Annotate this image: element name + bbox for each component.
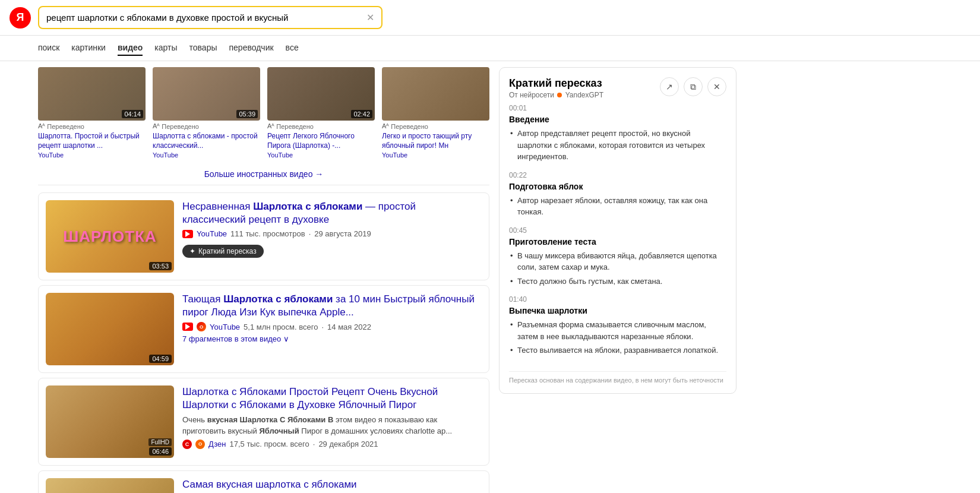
strip-videos: 04:14 Aᴬ Переведено Шарлотта. Простой и …	[38, 67, 489, 159]
strip-thumb-4[interactable]	[382, 67, 489, 121]
clear-icon[interactable]: ✕	[366, 12, 374, 23]
left-column: 04:14 Aᴬ Переведено Шарлотта. Простой и …	[0, 61, 499, 493]
yandex-logo[interactable]: Я	[10, 7, 31, 29]
video-info-2: Тающая Шарлотка с яблоками за 10 мин Быс…	[182, 293, 482, 365]
video-meta-2: О YouTube 5,1 млн просм. всего · 14 мая …	[182, 322, 482, 331]
strip-source-3: YouTube	[267, 151, 375, 159]
dzen-icon-2: О	[197, 322, 206, 331]
video-thumb-3[interactable]: 06:46 FullHD	[46, 385, 174, 458]
summary-title-area: Краткий пересказ От нейросети YandexGPT	[509, 77, 603, 99]
strip-title-2[interactable]: Шарлотта с яблоками - простой классическ…	[153, 132, 260, 150]
tab-products[interactable]: товары	[189, 40, 217, 56]
search-bar: ✕	[38, 6, 382, 29]
summary-scroll-area[interactable]: 00:01 Введение Автор представляет рецепт…	[509, 104, 726, 365]
video-views-3: 17,5 тыс. просм. всего	[229, 440, 309, 448]
tab-images[interactable]: картинки	[71, 40, 106, 56]
video-thumb-1[interactable]: ШАРЛОТКА 03:53	[46, 200, 174, 273]
translated-label-4: Переведено	[391, 123, 428, 130]
video-info-4: Самая вкусная шарлотка с яблоками По это…	[182, 478, 482, 493]
bullet-2-1: Автор нарезает яблоки, оставляя кожицу, …	[509, 195, 724, 218]
bullets-1: Автор представляет рецепт простой, но вк…	[509, 128, 724, 163]
strip-title-4[interactable]: Легко и просто тающий рту яблочный пирог…	[382, 132, 489, 150]
share-icon: ↗	[666, 82, 673, 91]
share-button[interactable]: ↗	[660, 77, 679, 96]
video-thumb-2[interactable]: 04:59	[46, 293, 174, 365]
video-date-2: 14 мая 2022	[327, 323, 371, 331]
video-meta-3: С О Дзен 17,5 тыс. просм. всего · 29 дек…	[182, 440, 482, 449]
strip-source-1: YouTube	[38, 151, 146, 159]
tab-maps[interactable]: карты	[154, 40, 177, 56]
strip-source-4: YouTube	[382, 151, 489, 159]
translate-icon-1: Aᴬ	[38, 122, 45, 130]
provider-label: YandexGPT	[565, 91, 603, 99]
source-name-2: YouTube	[210, 323, 240, 331]
video-desc-3: Очень вкусная Шарлотка С Яблоками В этом…	[182, 415, 482, 436]
section-title-3: Приготовление теста	[509, 237, 724, 246]
video-item-1: ШАРЛОТКА 03:53 Несравненная Шарлотка с я…	[38, 192, 489, 280]
strip-video-3: 02:42 Aᴬ Переведено Рецепт Легкого Яблоч…	[267, 67, 375, 159]
summary-btn-icon: ✦	[189, 247, 195, 255]
strip-title-3[interactable]: Рецепт Легкого Яблочного Пирога (Шарлотк…	[267, 132, 375, 150]
video-list: ШАРЛОТКА 03:53 Несравненная Шарлотка с я…	[38, 192, 489, 493]
tab-search[interactable]: поиск	[38, 40, 59, 56]
tab-translate[interactable]: переводчик	[229, 40, 274, 56]
video-title-2[interactable]: Тающая Шарлотка с яблоками за 10 мин Быс…	[182, 293, 482, 319]
ts-2: 00:22	[509, 171, 724, 179]
video-views-2: 5,1 млн просм. всего	[244, 323, 318, 331]
strip-duration-1: 04:14	[122, 110, 143, 118]
source-name-3: Дзен	[208, 440, 226, 448]
bullet-1-1: Автор представляет рецепт простой, но вк…	[509, 128, 724, 163]
copy-button[interactable]: ⧉	[684, 77, 703, 96]
video-title-4[interactable]: Самая вкусная шарлотка с яблоками	[182, 478, 482, 491]
bullet-4-2: Тесто выливается на яблоки, разравнивает…	[509, 345, 724, 356]
summary-btn-label: Краткий пересказ	[198, 247, 257, 255]
summary-button[interactable]: ✦ Краткий пересказ	[182, 245, 264, 258]
from-label: От нейросети	[509, 91, 554, 99]
logo-letter: Я	[17, 11, 24, 24]
section-title-1: Введение	[509, 115, 724, 124]
ts-3: 00:45	[509, 226, 724, 235]
strip-source-2: YouTube	[153, 151, 260, 159]
video-title-3[interactable]: Шарлотка с Яблоками Простой Рецепт Очень…	[182, 385, 482, 412]
video-info-3: Шарлотка с Яблоками Простой Рецепт Очень…	[182, 385, 482, 458]
section-title-4: Выпечка шарлотки	[509, 306, 724, 315]
video-info-1: Несравненная Шарлотка с яблоками — прост…	[182, 200, 482, 273]
strip-video-2: 05:39 Aᴬ Переведено Шарлотта с яблоками …	[153, 67, 260, 159]
tab-video[interactable]: видео	[118, 40, 143, 56]
close-button[interactable]: ✕	[707, 77, 726, 96]
summary-card: Краткий пересказ От нейросети YandexGPT …	[499, 67, 736, 394]
tab-all[interactable]: все	[286, 40, 299, 56]
strip-thumb-1[interactable]: 04:14	[38, 67, 146, 121]
search-input[interactable]	[46, 12, 362, 23]
video-meta-1: YouTube 111 тыс. просмотров · 29 августа…	[182, 229, 482, 238]
bullets-2: Автор нарезает яблоки, оставляя кожицу, …	[509, 195, 724, 218]
summary-section-5: 02:32 Выпекание и охлаждение	[509, 365, 724, 366]
translated-badge-1: Aᴬ Переведено	[38, 122, 84, 130]
fragments-link-2[interactable]: 7 фрагментов в этом видео ∨	[182, 334, 482, 343]
more-foreign-section: Больше иностранных видео →	[38, 163, 489, 185]
video-date-1: 29 августа 2019	[314, 229, 371, 238]
youtube-icon-2	[182, 323, 193, 331]
summary-section-2: 00:22 Подготовка яблок Автор нарезает яб…	[509, 171, 724, 218]
summary-section-3: 00:45 Приготовление теста В чашу миксера…	[509, 226, 724, 287]
thumb-overlay-text-1: ШАРЛОТКА	[63, 227, 157, 246]
ts-4: 01:40	[509, 295, 724, 304]
video-item-3: 06:46 FullHD Шарлотка с Яблоками Простой…	[38, 378, 489, 466]
thumb-duration-2: 04:59	[149, 355, 172, 363]
fullhd-badge-3: FullHD	[148, 438, 172, 446]
close-icon: ✕	[713, 82, 720, 91]
thumb-duration-3: 06:46	[149, 447, 172, 456]
strip-thumb-2[interactable]: 05:39	[153, 67, 260, 121]
bullet-4-1: Разъемная форма смазывается сливочным ма…	[509, 319, 724, 342]
bullets-3: В чашу миксера вбиваются яйца, добавляет…	[509, 250, 724, 287]
translate-icon-3: Aᴬ	[267, 122, 274, 130]
strip-thumb-3[interactable]: 02:42	[267, 67, 375, 121]
main-layout: 04:14 Aᴬ Переведено Шарлотта. Простой и …	[0, 61, 980, 493]
video-title-1[interactable]: Несравненная Шарлотка с яблоками — прост…	[182, 200, 482, 226]
translated-badge-4: Aᴬ Переведено	[382, 122, 428, 130]
nav-tabs: поиск картинки видео карты товары перево…	[0, 36, 980, 61]
more-foreign-link[interactable]: Больше иностранных видео →	[204, 169, 324, 179]
strip-title-1[interactable]: Шарлотта. Простой и быстрый рецепт шарло…	[38, 132, 146, 150]
bullet-3-1: В чашу миксера вбиваются яйца, добавляет…	[509, 250, 724, 273]
video-thumb-4[interactable]: 03:59 FullHD	[46, 478, 174, 493]
